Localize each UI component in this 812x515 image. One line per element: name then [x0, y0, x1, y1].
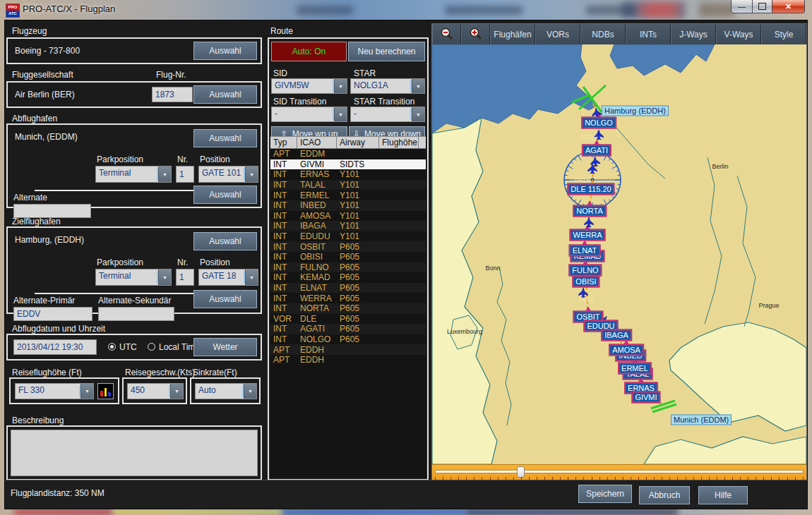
waypoint-label[interactable]: FULNO: [568, 265, 602, 277]
zoom-out-button[interactable]: [432, 24, 461, 44]
waypoint-row[interactable]: INTAMOSAY101: [270, 211, 426, 222]
map-toolbar-ndbs[interactable]: NDBs: [580, 24, 626, 44]
waypoint-row[interactable]: INTAGATIP605: [270, 324, 426, 334]
chevron-down-icon[interactable]: ▼: [245, 269, 258, 285]
arr-alternate-primaer-input[interactable]: [13, 307, 92, 321]
map-toolbar-ints[interactable]: INTs: [626, 24, 671, 44]
arr-nr-input[interactable]: [176, 269, 194, 286]
waypoint-row[interactable]: INTNORTAP605: [270, 303, 426, 314]
waypoint-row[interactable]: INTEDUDUY101: [270, 231, 426, 242]
waypoint-label[interactable]: ELNAT: [569, 245, 601, 257]
minimize-button[interactable]: —: [731, 0, 752, 13]
auto-route-button[interactable]: Auto: On: [271, 42, 347, 61]
vor-label[interactable]: DLE 115.20: [567, 183, 614, 195]
map-toolbar-vors[interactable]: VORs: [535, 24, 580, 44]
close-button[interactable]: ✕: [772, 0, 805, 13]
description-textarea[interactable]: [11, 430, 258, 476]
waypoint-row[interactable]: INTFULNOP605: [270, 262, 426, 273]
map-toolbar-v-ways[interactable]: V-Ways: [716, 24, 761, 44]
waypoint-label[interactable]: WERRA: [570, 229, 606, 241]
waypoint-label[interactable]: ERMEL: [618, 363, 652, 375]
chevron-down-icon[interactable]: ▼: [334, 79, 347, 93]
waypoint-label[interactable]: NORTA: [573, 205, 607, 217]
waypoint-row[interactable]: VORDLEP605: [270, 314, 426, 325]
waypoint-label[interactable]: GIVMI: [631, 392, 660, 404]
waypoint-label[interactable]: IBAGA: [601, 329, 632, 341]
zoom-in-button[interactable]: [461, 24, 490, 44]
arrival-auswahl-button[interactable]: Auswahl: [193, 232, 257, 250]
column-header[interactable]: Typ: [270, 137, 297, 148]
wp-type-cell: INT: [270, 200, 297, 210]
star-transition-select[interactable]: -▼: [350, 107, 425, 122]
waypoint-row[interactable]: INTOBISIP605: [270, 252, 426, 262]
map-zoom-slider[interactable]: [432, 464, 806, 481]
chevron-down-icon[interactable]: ▼: [412, 107, 424, 121]
maximize-button[interactable]: [752, 0, 772, 13]
waypoint-row[interactable]: INTINBEDY101: [270, 200, 426, 211]
sid-transition-select[interactable]: -▼: [271, 107, 347, 122]
altitude-profile-button[interactable]: [97, 383, 114, 399]
dep-nr-input[interactable]: [176, 166, 194, 183]
waypoint-label[interactable]: AMOSA: [609, 344, 644, 356]
waypoint-row[interactable]: INTIBAGAY101: [270, 221, 426, 231]
waypoint-label[interactable]: AGATI: [582, 145, 611, 157]
arr-alternate-sekundaer-input[interactable]: [98, 307, 174, 321]
waypoint-row[interactable]: INTERMELY101: [270, 190, 426, 200]
airport-label[interactable]: Munich (EDDM): [671, 415, 732, 425]
waypoint-row[interactable]: APTEDDM: [270, 149, 426, 159]
column-header[interactable]: Flughöhe: [379, 137, 419, 148]
waypoint-label[interactable]: OBISI: [572, 276, 599, 288]
chevron-down-icon[interactable]: ▼: [158, 269, 171, 285]
utc-radio[interactable]: [108, 343, 116, 351]
sid-select[interactable]: GIVM5W▼: [271, 78, 347, 94]
cruise-speed-select[interactable]: 450▼: [127, 383, 184, 399]
dep-position-select[interactable]: GATE 101▼: [198, 166, 258, 183]
dep-alternate-input[interactable]: [13, 204, 91, 218]
dep-parkposition-select[interactable]: Terminal▼: [95, 166, 172, 183]
column-header[interactable]: ICAO: [297, 137, 337, 148]
chevron-down-icon[interactable]: ▼: [244, 384, 256, 399]
star-select[interactable]: NOLG1A▼: [350, 78, 425, 94]
waypoint-row[interactable]: INTELNATP605: [270, 283, 426, 293]
wetter-button[interactable]: Wetter: [193, 338, 257, 356]
arr-position-select[interactable]: GATE 18▼: [198, 269, 258, 286]
waypoint-row[interactable]: INTNOLGOP605: [270, 334, 426, 345]
waypoint-row[interactable]: INTERNASY101: [270, 169, 426, 180]
speichern-button[interactable]: Speichern: [578, 485, 632, 503]
chevron-down-icon[interactable]: ▼: [158, 166, 171, 182]
chevron-down-icon[interactable]: ▼: [412, 79, 424, 93]
aircraft-auswahl-button[interactable]: Auswahl: [193, 42, 257, 60]
route-map[interactable]: P605P605P605KEMADELNATINBEDAMOSATALALERM…: [432, 44, 806, 464]
neu-berechnen-button[interactable]: Neu berechnen: [348, 42, 425, 61]
arr-parkposition-select[interactable]: Terminal▼: [95, 269, 172, 286]
abbruch-button[interactable]: Abbruch: [639, 486, 690, 504]
waypoint-row[interactable]: INTGIVMISIDTS: [270, 159, 426, 170]
waypoint-row[interactable]: INTTALALY101: [270, 180, 426, 190]
waypoint-label[interactable]: NOLGO: [581, 117, 616, 129]
local-time-radio[interactable]: [148, 343, 155, 351]
airport-label[interactable]: Hamburg (EDDH): [602, 106, 669, 116]
arr-alternate-auswahl-button[interactable]: Auswahl: [193, 290, 257, 308]
chevron-down-icon[interactable]: ▼: [334, 107, 347, 121]
waypoint-row[interactable]: APTEDDH: [270, 344, 426, 355]
flight-number-input[interactable]: [152, 87, 193, 102]
slider-thumb[interactable]: [517, 466, 525, 478]
hilfe-button[interactable]: Hilfe: [698, 486, 748, 504]
waypoint-row[interactable]: INTKEMADP605: [270, 272, 426, 283]
chevron-down-icon[interactable]: ▼: [245, 166, 258, 182]
waypoint-row[interactable]: INTWERRAP605: [270, 293, 426, 303]
column-header[interactable]: Airway: [337, 137, 379, 148]
cruise-altitude-select[interactable]: FL 330▼: [15, 383, 94, 399]
chevron-down-icon[interactable]: ▼: [170, 384, 183, 399]
map-toolbar-flugh-fen[interactable]: Flughäfen: [490, 24, 535, 44]
chevron-down-icon[interactable]: ▼: [80, 384, 93, 399]
dep-alternate-auswahl-button[interactable]: Auswahl: [193, 186, 257, 204]
departure-datetime-input[interactable]: [13, 339, 97, 355]
airline-auswahl-button[interactable]: Auswahl: [193, 85, 257, 104]
waypoint-row[interactable]: APTEDDH: [270, 355, 426, 365]
waypoint-row[interactable]: INTOSBITP605: [270, 241, 426, 252]
map-toolbar-style[interactable]: Style: [761, 24, 806, 44]
sink-rate-select[interactable]: Auto▼: [195, 383, 257, 399]
departure-auswahl-button[interactable]: Auswahl: [193, 129, 257, 147]
map-toolbar-j-ways[interactable]: J-Ways: [671, 24, 716, 44]
